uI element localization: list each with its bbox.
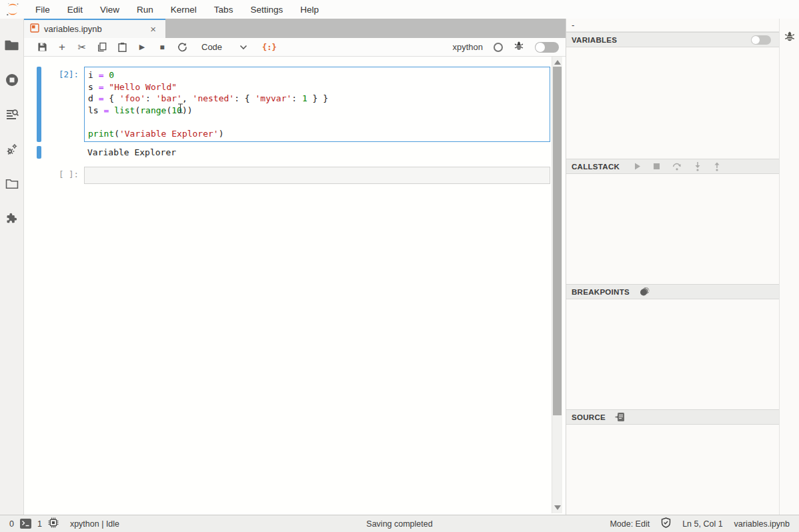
sidebar-tab-running-sessions[interactable] bbox=[0, 63, 24, 97]
code-cell-1: [2]: i = 0s = "Hello World"d = { 'foo': … bbox=[24, 67, 552, 142]
close-all-breakpoints-button[interactable] bbox=[639, 287, 650, 297]
toolbar-toggle-switch[interactable] bbox=[535, 42, 559, 53]
cut-cells-button[interactable]: ✂ bbox=[72, 39, 92, 55]
restart-kernel-button[interactable] bbox=[172, 39, 192, 55]
terminate-button[interactable] bbox=[654, 163, 660, 169]
notebook-content: [2]: i = 0s = "Hello World"d = { 'foo': … bbox=[24, 57, 552, 515]
left-sidebar bbox=[0, 19, 24, 515]
menu-kernel[interactable]: Kernel bbox=[162, 2, 205, 17]
source-content bbox=[566, 425, 779, 515]
status-filename: variables.ipynb bbox=[734, 519, 790, 529]
notebook-file-icon bbox=[30, 23, 39, 35]
kernel-status-icon bbox=[494, 43, 503, 52]
tab-title: variables.ipynb bbox=[44, 24, 102, 34]
scroll-down-arrow-icon[interactable] bbox=[554, 505, 561, 510]
toggle-knob bbox=[752, 36, 760, 44]
chevron-down-icon bbox=[239, 42, 247, 52]
menu-view[interactable]: View bbox=[91, 2, 128, 17]
json-braces-icon[interactable]: {:} bbox=[262, 43, 277, 52]
kernel-name[interactable]: xpython bbox=[452, 42, 483, 52]
empty-prompt: [ ]: bbox=[43, 167, 84, 184]
cell-type-dropdown[interactable]: Code bbox=[201, 42, 247, 52]
scrollbar-thumb[interactable] bbox=[553, 67, 562, 415]
open-source-button[interactable] bbox=[615, 412, 625, 422]
code-editor-content: i = 0s = "Hello World"d = { 'foo': 'bar'… bbox=[88, 69, 546, 139]
empty-code-editor[interactable] bbox=[84, 167, 550, 184]
menu-tabs[interactable]: Tabs bbox=[205, 2, 242, 17]
main-dock-panel: variables.ipynb × + ✂ ▶ ■ Code {:} xpyth… bbox=[24, 19, 566, 515]
menu-bar: File Edit View Run Kernel Tabs Settings … bbox=[0, 0, 799, 19]
cell-type-value: Code bbox=[201, 42, 222, 52]
sidebar-tab-property-inspector[interactable] bbox=[0, 97, 24, 132]
execution-prompt: [2]: bbox=[43, 67, 84, 142]
notebook-tab[interactable]: variables.ipynb × bbox=[24, 19, 165, 38]
cursor-position[interactable]: Ln 5, Col 1 bbox=[682, 519, 722, 529]
terminal-icon[interactable] bbox=[20, 519, 31, 529]
variables-content bbox=[566, 47, 779, 159]
menu-settings[interactable]: Settings bbox=[241, 2, 291, 17]
notebook-mode[interactable]: Mode: Edit bbox=[610, 519, 650, 529]
variables-section-header[interactable]: VARIABLES bbox=[566, 32, 779, 47]
output-collapser[interactable] bbox=[37, 146, 41, 159]
variables-label: VARIABLES bbox=[572, 36, 617, 44]
toggle-knob bbox=[536, 43, 545, 52]
menu-help[interactable]: Help bbox=[291, 2, 327, 17]
puzzle-icon bbox=[5, 212, 19, 225]
step-out-button[interactable] bbox=[714, 162, 720, 171]
mouse-ibeam-cursor bbox=[177, 103, 183, 113]
paste-cells-button[interactable] bbox=[112, 39, 132, 55]
breakpoints-label: BREAKPOINTS bbox=[572, 288, 630, 296]
document-search-icon bbox=[5, 108, 19, 121]
output-prompt bbox=[43, 146, 84, 159]
continue-button[interactable] bbox=[634, 163, 641, 170]
right-sidebar bbox=[779, 19, 799, 515]
jupyter-logo-icon bbox=[4, 1, 21, 17]
stop-circle-icon bbox=[5, 73, 19, 87]
debugger-title: - bbox=[566, 19, 779, 32]
interrupt-kernel-button[interactable]: ■ bbox=[152, 39, 172, 55]
status-bar: 0 1 xpython | Idle Saving completed Mode… bbox=[0, 515, 799, 532]
code-editor[interactable]: i = 0s = "Hello World"d = { 'foo': 'bar'… bbox=[84, 67, 550, 142]
menu-edit[interactable]: Edit bbox=[59, 2, 91, 17]
outline-folder-icon bbox=[5, 179, 19, 189]
callstack-content bbox=[566, 174, 779, 284]
debugger-sidebar-tab[interactable] bbox=[780, 27, 799, 49]
trusted-shield-icon bbox=[661, 517, 671, 530]
insert-cell-button[interactable]: + bbox=[52, 39, 72, 55]
kernels-count[interactable]: 1 bbox=[37, 519, 42, 529]
menu-file[interactable]: File bbox=[27, 2, 59, 17]
menu-run[interactable]: Run bbox=[128, 2, 162, 17]
cell-output-area: Variable Explorer bbox=[24, 146, 552, 159]
kernel-chip-icon[interactable] bbox=[48, 517, 59, 530]
breakpoints-section-header[interactable]: BREAKPOINTS bbox=[566, 284, 779, 299]
sidebar-tab-settings[interactable] bbox=[0, 132, 24, 167]
bug-icon[interactable] bbox=[514, 41, 524, 54]
tab-close-icon[interactable]: × bbox=[146, 23, 160, 35]
bug-icon bbox=[784, 31, 796, 45]
callstack-label: CALLSTACK bbox=[572, 163, 620, 171]
step-over-button[interactable] bbox=[672, 162, 682, 171]
debugger-panel: - VARIABLES CALLSTACK BREAKPOINTS bbox=[566, 19, 779, 515]
source-section-header[interactable]: SOURCE bbox=[566, 409, 779, 425]
scroll-up-arrow-icon[interactable] bbox=[554, 60, 561, 65]
step-in-button[interactable] bbox=[694, 162, 701, 171]
terminals-count[interactable]: 0 bbox=[9, 519, 14, 529]
input-collapser-2[interactable] bbox=[37, 167, 41, 184]
sidebar-tab-extensions[interactable] bbox=[0, 201, 24, 236]
run-cell-button[interactable]: ▶ bbox=[132, 39, 152, 55]
save-button[interactable] bbox=[32, 39, 52, 55]
output-text: Variable Explorer bbox=[84, 146, 179, 159]
copy-cells-button[interactable] bbox=[92, 39, 112, 55]
notebook-toolbar: + ✂ ▶ ■ Code {:} xpython bbox=[24, 38, 566, 57]
sidebar-tab-file-browser[interactable] bbox=[0, 28, 24, 63]
gears-icon bbox=[5, 143, 19, 156]
variables-view-toggle[interactable] bbox=[751, 35, 771, 45]
folder-icon bbox=[5, 39, 19, 51]
tab-bar: variables.ipynb × bbox=[24, 19, 566, 38]
input-collapser[interactable] bbox=[37, 67, 41, 142]
sidebar-tab-folder-outline[interactable] bbox=[0, 167, 24, 201]
source-label: SOURCE bbox=[572, 413, 606, 421]
callstack-section-header[interactable]: CALLSTACK bbox=[566, 159, 779, 174]
code-cell-2: [ ]: bbox=[24, 167, 552, 184]
kernel-status-text[interactable]: xpython | Idle bbox=[70, 519, 119, 529]
